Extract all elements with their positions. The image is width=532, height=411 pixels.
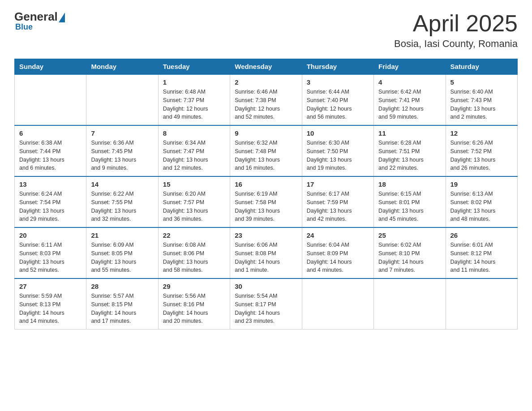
day-number: 1 — [163, 78, 225, 86]
calendar-cell: 5Sunrise: 6:40 AMSunset: 7:43 PMDaylight… — [446, 74, 517, 125]
day-number: 4 — [378, 78, 441, 86]
day-info: Sunrise: 5:54 AMSunset: 8:17 PMDaylight:… — [235, 292, 297, 325]
calendar-cell: 2Sunrise: 6:46 AMSunset: 7:38 PMDaylight… — [230, 74, 302, 125]
day-info: Sunrise: 6:46 AMSunset: 7:38 PMDaylight:… — [235, 88, 297, 121]
calendar-week-row: 1Sunrise: 6:48 AMSunset: 7:37 PMDaylight… — [15, 74, 518, 125]
calendar-week-row: 6Sunrise: 6:38 AMSunset: 7:44 PMDaylight… — [15, 125, 518, 176]
day-info: Sunrise: 5:59 AMSunset: 8:13 PMDaylight:… — [19, 292, 82, 325]
calendar-cell — [374, 278, 446, 330]
day-info: Sunrise: 6:22 AMSunset: 7:55 PMDaylight:… — [91, 190, 153, 223]
day-info: Sunrise: 6:13 AMSunset: 8:02 PMDaylight:… — [450, 190, 513, 223]
day-number: 26 — [450, 231, 513, 239]
col-header-wednesday: Wednesday — [230, 59, 302, 75]
calendar-cell: 23Sunrise: 6:06 AMSunset: 8:08 PMDayligh… — [230, 227, 302, 278]
logo-arrow-icon — [59, 13, 65, 22]
day-info: Sunrise: 5:56 AMSunset: 8:16 PMDaylight:… — [163, 292, 225, 325]
day-number: 8 — [163, 129, 225, 137]
day-info: Sunrise: 6:15 AMSunset: 8:01 PMDaylight:… — [378, 190, 441, 223]
day-number: 25 — [378, 231, 441, 239]
day-number: 2 — [235, 78, 297, 86]
calendar-cell — [15, 74, 86, 125]
day-info: Sunrise: 6:26 AMSunset: 7:52 PMDaylight:… — [450, 139, 513, 172]
logo-general-text: General — [14, 11, 58, 22]
calendar-cell: 15Sunrise: 6:20 AMSunset: 7:57 PMDayligh… — [158, 176, 230, 227]
day-number: 13 — [19, 180, 82, 188]
calendar-cell: 30Sunrise: 5:54 AMSunset: 8:17 PMDayligh… — [230, 278, 302, 330]
day-number: 6 — [19, 129, 82, 137]
calendar-cell: 27Sunrise: 5:59 AMSunset: 8:13 PMDayligh… — [15, 278, 86, 330]
calendar-cell: 11Sunrise: 6:28 AMSunset: 7:51 PMDayligh… — [374, 125, 446, 176]
calendar-cell: 7Sunrise: 6:36 AMSunset: 7:45 PMDaylight… — [86, 125, 158, 176]
day-number: 5 — [450, 78, 513, 86]
day-info: Sunrise: 6:42 AMSunset: 7:41 PMDaylight:… — [378, 88, 441, 121]
day-number: 14 — [91, 180, 153, 188]
day-info: Sunrise: 6:01 AMSunset: 8:12 PMDaylight:… — [450, 241, 513, 274]
logo: General Blue — [14, 11, 66, 32]
calendar-cell: 28Sunrise: 5:57 AMSunset: 8:15 PMDayligh… — [86, 278, 158, 330]
calendar-cell: 16Sunrise: 6:19 AMSunset: 7:58 PMDayligh… — [230, 176, 302, 227]
day-info: Sunrise: 6:40 AMSunset: 7:43 PMDaylight:… — [450, 88, 513, 121]
day-number: 29 — [163, 283, 225, 290]
calendar-cell: 18Sunrise: 6:15 AMSunset: 8:01 PMDayligh… — [374, 176, 446, 227]
calendar-cell: 12Sunrise: 6:26 AMSunset: 7:52 PMDayligh… — [446, 125, 517, 176]
calendar-cell: 13Sunrise: 6:24 AMSunset: 7:54 PMDayligh… — [15, 176, 86, 227]
calendar-cell: 19Sunrise: 6:13 AMSunset: 8:02 PMDayligh… — [446, 176, 517, 227]
day-info: Sunrise: 6:34 AMSunset: 7:47 PMDaylight:… — [163, 139, 225, 172]
day-number: 28 — [91, 283, 153, 290]
day-info: Sunrise: 6:36 AMSunset: 7:45 PMDaylight:… — [91, 139, 153, 172]
calendar-cell: 4Sunrise: 6:42 AMSunset: 7:41 PMDaylight… — [374, 74, 446, 125]
day-number: 17 — [307, 180, 369, 188]
calendar-cell: 10Sunrise: 6:30 AMSunset: 7:50 PMDayligh… — [302, 125, 373, 176]
day-number: 24 — [307, 231, 369, 239]
day-number: 19 — [450, 180, 513, 188]
page-header: General Blue April 2025 Bosia, Iasi Coun… — [14, 11, 518, 50]
day-info: Sunrise: 6:04 AMSunset: 8:09 PMDaylight:… — [307, 241, 369, 274]
day-info: Sunrise: 6:11 AMSunset: 8:03 PMDaylight:… — [19, 241, 82, 274]
calendar-table: SundayMondayTuesdayWednesdayThursdayFrid… — [14, 59, 518, 330]
col-header-saturday: Saturday — [446, 59, 517, 75]
day-info: Sunrise: 6:30 AMSunset: 7:50 PMDaylight:… — [307, 139, 369, 172]
day-number: 15 — [163, 180, 225, 188]
day-info: Sunrise: 6:32 AMSunset: 7:48 PMDaylight:… — [235, 139, 297, 172]
calendar-cell: 14Sunrise: 6:22 AMSunset: 7:55 PMDayligh… — [86, 176, 158, 227]
logo-subtitle: Blue — [15, 22, 33, 32]
col-header-thursday: Thursday — [302, 59, 373, 75]
day-info: Sunrise: 6:48 AMSunset: 7:37 PMDaylight:… — [163, 88, 225, 121]
calendar-week-row: 20Sunrise: 6:11 AMSunset: 8:03 PMDayligh… — [15, 227, 518, 278]
calendar-cell — [302, 278, 373, 330]
day-info: Sunrise: 6:28 AMSunset: 7:51 PMDaylight:… — [378, 139, 441, 172]
day-info: Sunrise: 6:02 AMSunset: 8:10 PMDaylight:… — [378, 241, 441, 274]
day-info: Sunrise: 6:06 AMSunset: 8:08 PMDaylight:… — [235, 241, 297, 274]
header-right: April 2025 Bosia, Iasi County, Romania — [394, 11, 518, 50]
day-number: 23 — [235, 231, 297, 239]
calendar-week-row: 13Sunrise: 6:24 AMSunset: 7:54 PMDayligh… — [15, 176, 518, 227]
day-number: 11 — [378, 129, 441, 137]
calendar-cell: 24Sunrise: 6:04 AMSunset: 8:09 PMDayligh… — [302, 227, 373, 278]
day-number: 18 — [378, 180, 441, 188]
day-number: 16 — [235, 180, 297, 188]
calendar-cell: 3Sunrise: 6:44 AMSunset: 7:40 PMDaylight… — [302, 74, 373, 125]
day-info: Sunrise: 6:08 AMSunset: 8:06 PMDaylight:… — [163, 241, 225, 274]
calendar-header-row: SundayMondayTuesdayWednesdayThursdayFrid… — [15, 59, 518, 75]
calendar-cell: 25Sunrise: 6:02 AMSunset: 8:10 PMDayligh… — [374, 227, 446, 278]
day-info: Sunrise: 5:57 AMSunset: 8:15 PMDaylight:… — [91, 292, 153, 325]
col-header-friday: Friday — [374, 59, 446, 75]
day-info: Sunrise: 6:17 AMSunset: 7:59 PMDaylight:… — [307, 190, 369, 223]
day-number: 9 — [235, 129, 297, 137]
day-number: 12 — [450, 129, 513, 137]
day-number: 3 — [307, 78, 369, 86]
location-title: Bosia, Iasi County, Romania — [394, 38, 518, 50]
calendar-cell: 17Sunrise: 6:17 AMSunset: 7:59 PMDayligh… — [302, 176, 373, 227]
calendar-cell: 21Sunrise: 6:09 AMSunset: 8:05 PMDayligh… — [86, 227, 158, 278]
calendar-cell: 22Sunrise: 6:08 AMSunset: 8:06 PMDayligh… — [158, 227, 230, 278]
day-info: Sunrise: 6:38 AMSunset: 7:44 PMDaylight:… — [19, 139, 82, 172]
day-info: Sunrise: 6:19 AMSunset: 7:58 PMDaylight:… — [235, 190, 297, 223]
calendar-cell — [446, 278, 517, 330]
month-title: April 2025 — [394, 11, 518, 36]
calendar-cell: 8Sunrise: 6:34 AMSunset: 7:47 PMDaylight… — [158, 125, 230, 176]
day-number: 20 — [19, 231, 82, 239]
col-header-tuesday: Tuesday — [158, 59, 230, 75]
calendar-cell: 1Sunrise: 6:48 AMSunset: 7:37 PMDaylight… — [158, 74, 230, 125]
day-number: 7 — [91, 129, 153, 137]
day-number: 10 — [307, 129, 369, 137]
